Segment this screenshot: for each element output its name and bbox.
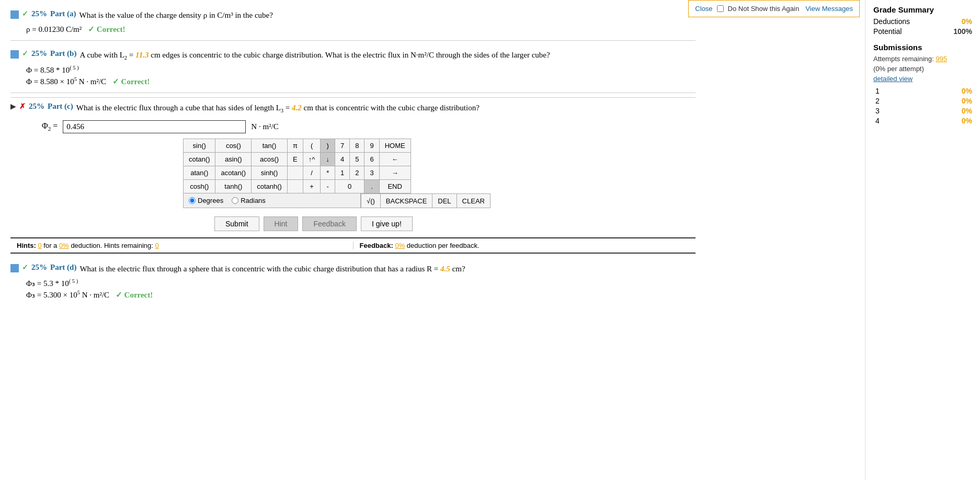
calc-tan[interactable]: tan() — [252, 139, 288, 153]
feedback-button[interactable]: Feedback — [302, 216, 356, 231]
deductions-val: 0% — [962, 17, 972, 26]
part-d-result2: Φ₃ = 5.300 × 105 N · m²/C ✓ Correct! — [26, 290, 696, 300]
calc-home[interactable]: HOME — [379, 139, 411, 153]
part-a-result1: ρ = 0.01230 C/m² ✓ Correct! — [26, 25, 696, 34]
part-d-val: 4.5 — [440, 265, 450, 273]
hint-button[interactable]: Hint — [264, 216, 299, 231]
hints-count-link[interactable]: 0 — [38, 242, 41, 249]
calc-acos[interactable]: acos() — [252, 153, 288, 166]
angle-mode-row: Degrees Radians — [183, 193, 361, 208]
part-b-section: ✓ 25% Part (b) A cube with L2 = 11.3 cm … — [10, 45, 696, 87]
hints-deduction: deduction. Hints remaining: — [71, 242, 155, 249]
part-c-input-row: Φ2 = N · m²/C — [42, 120, 696, 133]
part-b-title: Part (b) — [50, 49, 76, 58]
calc-pi[interactable]: π — [287, 139, 303, 153]
calc-acotan[interactable]: acotan() — [215, 166, 252, 180]
calc-minus[interactable]: - — [321, 180, 335, 193]
part-a-correct: ✓ Correct! — [88, 25, 125, 33]
calc-cos[interactable]: cos() — [215, 139, 252, 153]
giveup-button[interactable]: I give up! — [361, 216, 413, 231]
calc-atan[interactable]: atan() — [184, 166, 215, 180]
calc-cotan[interactable]: cotan() — [184, 153, 215, 166]
calc-6[interactable]: 6 — [364, 153, 379, 166]
calc-rparen[interactable]: ) — [321, 139, 335, 153]
calc-2[interactable]: 2 — [350, 166, 364, 180]
calc-backspace[interactable]: BACKSPACE — [380, 194, 432, 208]
answer-input[interactable] — [63, 120, 246, 133]
part-b-check: ✓ — [22, 49, 28, 58]
calc-9[interactable]: 9 — [364, 139, 379, 153]
view-messages-link[interactable]: View Messages — [805, 5, 853, 13]
calc-left[interactable]: ← — [379, 153, 411, 166]
calc-row-3: atan() acotan() sinh() / * 1 2 3 → — [184, 166, 411, 180]
part-c-section: ▶ ✗ 25% Part (c) What is the electric fl… — [10, 97, 696, 254]
calc-3[interactable]: 3 — [364, 166, 379, 180]
degrees-label: Degrees — [198, 197, 223, 204]
unit-label: N · m²/C — [251, 122, 278, 131]
submit-button[interactable]: Submit — [214, 216, 259, 231]
part-d-icon — [10, 264, 19, 272]
part-a-icon — [10, 10, 19, 19]
part-a-header: ✓ 25% Part (a) What is the value of the … — [10, 9, 696, 21]
calc-8[interactable]: 8 — [350, 139, 364, 153]
part-b-header: ✓ 25% Part (b) A cube with L2 = 11.3 cm … — [10, 49, 696, 62]
calc-E[interactable]: E — [287, 153, 303, 166]
calc-del[interactable]: DEL — [432, 194, 457, 208]
calc-7[interactable]: 7 — [335, 139, 349, 153]
submission-2: 2 0% — [873, 97, 972, 105]
calc-row-1: sin() cos() tan() π ( ) 7 8 9 HOME — [184, 139, 411, 153]
degrees-option[interactable]: Degrees — [189, 197, 223, 204]
degrees-radio[interactable] — [189, 197, 196, 204]
feedback-pct-link[interactable]: 0% — [395, 242, 405, 249]
part-b-result2: Φ = 8.580 × 105 N · m²/C ✓ Correct! — [26, 76, 696, 86]
part-a-question: What is the value of the charge density … — [79, 9, 273, 21]
divider-bc — [10, 93, 696, 93]
potential-val: 100% — [953, 27, 972, 36]
feedback-bold: Feedback: — [360, 242, 393, 249]
sub-1-pct: 0% — [962, 87, 972, 95]
close-link[interactable]: Close — [695, 5, 712, 13]
calc-empty1 — [287, 166, 303, 180]
do-not-show-checkbox[interactable] — [717, 5, 724, 12]
calc-sqrt[interactable]: √() — [361, 194, 381, 208]
action-buttons: Submit Hint Feedback I give up! — [214, 216, 696, 231]
calc-5[interactable]: 5 — [350, 153, 364, 166]
calc-cosh[interactable]: cosh() — [184, 180, 215, 193]
calc-dot[interactable]: . — [364, 180, 379, 193]
calc-up[interactable]: ↑^ — [303, 153, 321, 166]
calc-4[interactable]: 4 — [335, 153, 349, 166]
calc-multiply[interactable]: * — [321, 166, 335, 180]
hints-remaining-link[interactable]: 0 — [155, 242, 159, 249]
part-a-label: 25% — [31, 9, 47, 18]
per-attempt-row: (0% per attempt) — [873, 65, 972, 73]
part-b-icon — [10, 50, 19, 59]
calc-asin[interactable]: asin() — [215, 153, 252, 166]
do-not-show-label: Do Not Show this Again — [728, 5, 800, 13]
calc-down[interactable]: ↓ — [321, 153, 335, 166]
calc-cotanh[interactable]: cotanh() — [252, 180, 288, 193]
calc-table: sin() cos() tan() π ( ) 7 8 9 HOME — [183, 139, 411, 193]
part-b-correct: ✓ Correct! — [112, 77, 150, 86]
radians-radio[interactable] — [232, 197, 238, 204]
hints-bold: Hints: — [17, 242, 36, 249]
hints-pct-link[interactable]: 0% — [59, 242, 69, 249]
feedback-section: Feedback: 0% deduction per feedback. — [354, 242, 696, 249]
radians-option[interactable]: Radians — [232, 197, 266, 204]
calc-bottom-row: √() BACKSPACE DEL CLEAR — [361, 193, 491, 208]
calc-end[interactable]: END — [379, 180, 411, 193]
calc-right[interactable]: → — [379, 166, 411, 180]
attempts-val[interactable]: 995 — [936, 55, 947, 63]
detailed-view-link[interactable]: detailed view — [873, 75, 972, 83]
calc-sinh[interactable]: sinh() — [252, 166, 288, 180]
calc-1[interactable]: 1 — [335, 166, 349, 180]
calc-tanh[interactable]: tanh() — [215, 180, 252, 193]
calc-0[interactable]: 0 — [335, 180, 364, 193]
calc-lparen[interactable]: ( — [303, 139, 321, 153]
calc-plus[interactable]: + — [303, 180, 321, 193]
calc-sin[interactable]: sin() — [184, 139, 215, 153]
calc-divide[interactable]: / — [303, 166, 321, 180]
part-c-header: ▶ ✗ 25% Part (c) What is the electric fl… — [10, 102, 696, 115]
submissions-section: Submissions Attempts remaining: 995 (0% … — [873, 43, 972, 125]
phi-label: Φ2 = — [42, 121, 58, 132]
calc-clear[interactable]: CLEAR — [457, 194, 490, 208]
